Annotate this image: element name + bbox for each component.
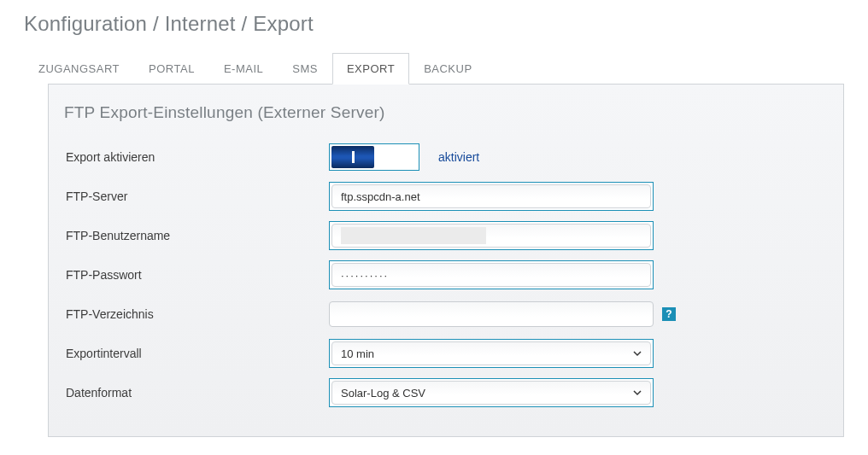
ftp-user-input[interactable] xyxy=(331,224,651,248)
label-activate: Export aktivieren xyxy=(64,150,329,164)
breadcrumb: Konfiguration / Internet / Export xyxy=(0,0,868,53)
tab-zugangsart[interactable]: ZUGANGSART xyxy=(24,53,134,85)
redacted-value xyxy=(341,227,486,244)
toggle-status-text: aktiviert xyxy=(438,150,479,164)
label-interval: Exportintervall xyxy=(64,347,329,360)
toggle-on-indicator xyxy=(331,146,374,168)
settings-panel: FTP Export-Einstellungen (Externer Serve… xyxy=(48,84,844,437)
ftp-directory-input[interactable] xyxy=(329,301,654,327)
label-user: FTP-Benutzername xyxy=(64,229,329,242)
tabs: ZUGANGSART PORTAL E-MAIL SMS EXPORT BACK… xyxy=(24,53,868,85)
tab-sms[interactable]: SMS xyxy=(278,53,332,85)
label-password: FTP-Passwort xyxy=(64,268,329,282)
tab-email[interactable]: E-MAIL xyxy=(209,53,278,85)
ftp-server-input[interactable] xyxy=(331,184,651,208)
data-format-value: Solar-Log & CSV xyxy=(341,387,425,400)
tab-backup[interactable]: BACKUP xyxy=(409,53,486,85)
export-interval-select[interactable]: 10 min xyxy=(331,341,651,365)
tab-portal[interactable]: PORTAL xyxy=(134,53,209,85)
export-toggle[interactable] xyxy=(329,143,419,171)
tab-export[interactable]: EXPORT xyxy=(332,53,409,85)
label-format: Datenformat xyxy=(64,386,329,400)
export-interval-value: 10 min xyxy=(341,347,374,360)
chevron-down-icon xyxy=(633,388,642,397)
ftp-password-input[interactable]: ·········· xyxy=(331,263,651,287)
chevron-down-icon xyxy=(633,349,642,358)
section-title: FTP Export-Einstellungen (Externer Serve… xyxy=(64,103,819,122)
data-format-select[interactable]: Solar-Log & CSV xyxy=(331,381,651,405)
help-icon[interactable]: ? xyxy=(662,307,676,321)
label-server: FTP-Server xyxy=(64,190,329,203)
label-directory: FTP-Verzeichnis xyxy=(64,307,329,321)
